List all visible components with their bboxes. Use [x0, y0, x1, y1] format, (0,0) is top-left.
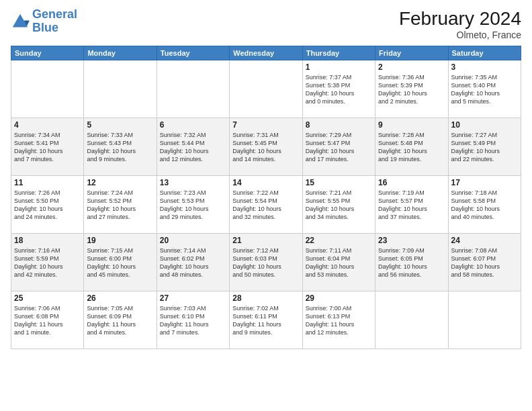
day-number: 25: [14, 293, 81, 303]
day-info: Sunrise: 7:22 AM Sunset: 5:54 PM Dayligh…: [232, 189, 299, 222]
day-info: Sunrise: 7:05 AM Sunset: 6:09 PM Dayligh…: [87, 304, 153, 337]
calendar-cell: 19Sunrise: 7:15 AM Sunset: 6:00 PM Dayli…: [84, 234, 157, 291]
day-info: Sunrise: 7:16 AM Sunset: 5:59 PM Dayligh…: [14, 246, 81, 279]
day-info: Sunrise: 7:08 AM Sunset: 6:07 PM Dayligh…: [451, 246, 518, 279]
day-info: Sunrise: 7:29 AM Sunset: 5:47 PM Dayligh…: [306, 131, 372, 164]
day-info: Sunrise: 7:02 AM Sunset: 6:11 PM Dayligh…: [232, 304, 299, 337]
day-number: 9: [378, 120, 445, 130]
day-info: Sunrise: 7:06 AM Sunset: 6:08 PM Dayligh…: [14, 304, 81, 337]
day-info: Sunrise: 7:37 AM Sunset: 5:38 PM Dayligh…: [306, 73, 372, 106]
calendar-cell: 22Sunrise: 7:11 AM Sunset: 6:04 PM Dayli…: [302, 234, 375, 291]
day-number: 28: [232, 293, 299, 303]
weekday-header-tuesday: Tuesday: [157, 46, 229, 60]
main-title: February 2024: [399, 8, 521, 30]
calendar-cell: 1Sunrise: 7:37 AM Sunset: 5:38 PM Daylig…: [302, 60, 375, 118]
day-number: 24: [451, 236, 518, 245]
calendar-cell: 23Sunrise: 7:09 AM Sunset: 6:05 PM Dayli…: [375, 234, 448, 291]
calendar-week-row: 4Sunrise: 7:34 AM Sunset: 5:41 PM Daylig…: [11, 118, 521, 176]
day-number: 19: [87, 236, 153, 245]
calendar-cell: 4Sunrise: 7:34 AM Sunset: 5:41 PM Daylig…: [11, 118, 84, 176]
calendar-cell: 10Sunrise: 7:27 AM Sunset: 5:49 PM Dayli…: [448, 118, 521, 176]
day-info: Sunrise: 7:27 AM Sunset: 5:49 PM Dayligh…: [451, 131, 518, 164]
day-number: 18: [14, 236, 81, 245]
calendar-cell: 2Sunrise: 7:36 AM Sunset: 5:39 PM Daylig…: [375, 60, 448, 118]
day-info: Sunrise: 7:28 AM Sunset: 5:48 PM Dayligh…: [378, 131, 445, 164]
subtitle: Olmeto, France: [399, 30, 521, 40]
day-info: Sunrise: 7:11 AM Sunset: 6:04 PM Dayligh…: [306, 246, 372, 279]
logo-line1: General: [32, 8, 77, 21]
calendar-cell: 15Sunrise: 7:21 AM Sunset: 5:55 PM Dayli…: [302, 176, 375, 234]
day-info: Sunrise: 7:23 AM Sunset: 5:53 PM Dayligh…: [160, 189, 226, 222]
calendar-cell: 8Sunrise: 7:29 AM Sunset: 5:47 PM Daylig…: [302, 118, 375, 176]
calendar-week-row: 18Sunrise: 7:16 AM Sunset: 5:59 PM Dayli…: [11, 234, 521, 291]
day-number: 2: [378, 62, 445, 72]
day-info: Sunrise: 7:03 AM Sunset: 6:10 PM Dayligh…: [160, 304, 226, 337]
day-number: 12: [87, 178, 153, 187]
day-info: Sunrise: 7:26 AM Sunset: 5:50 PM Dayligh…: [14, 189, 81, 222]
day-info: Sunrise: 7:09 AM Sunset: 6:05 PM Dayligh…: [378, 246, 445, 279]
calendar-cell: [230, 60, 302, 118]
weekday-header-saturday: Saturday: [448, 46, 521, 60]
weekday-header-friday: Friday: [375, 46, 448, 60]
calendar-cell: 5Sunrise: 7:33 AM Sunset: 5:43 PM Daylig…: [84, 118, 157, 176]
calendar-cell: 11Sunrise: 7:26 AM Sunset: 5:50 PM Dayli…: [11, 176, 84, 234]
calendar-cell: 12Sunrise: 7:24 AM Sunset: 5:52 PM Dayli…: [84, 176, 157, 234]
day-number: 13: [160, 178, 226, 187]
day-info: Sunrise: 7:12 AM Sunset: 6:03 PM Dayligh…: [232, 246, 299, 279]
day-info: Sunrise: 7:32 AM Sunset: 5:44 PM Dayligh…: [160, 131, 226, 164]
day-number: 11: [14, 178, 81, 187]
day-number: 29: [306, 293, 372, 303]
calendar-cell: 13Sunrise: 7:23 AM Sunset: 5:53 PM Dayli…: [157, 176, 229, 234]
weekday-header-thursday: Thursday: [302, 46, 375, 60]
calendar-week-row: 1Sunrise: 7:37 AM Sunset: 5:38 PM Daylig…: [11, 60, 521, 118]
day-number: 26: [87, 293, 153, 303]
day-number: 22: [306, 236, 372, 245]
day-info: Sunrise: 7:00 AM Sunset: 6:13 PM Dayligh…: [306, 304, 372, 337]
day-info: Sunrise: 7:21 AM Sunset: 5:55 PM Dayligh…: [306, 189, 372, 222]
page: General Blue February 2024 Olmeto, Franc…: [0, 0, 532, 411]
weekday-header-monday: Monday: [84, 46, 157, 60]
weekday-header-sunday: Sunday: [11, 46, 84, 60]
day-number: 14: [232, 178, 299, 187]
calendar-week-row: 25Sunrise: 7:06 AM Sunset: 6:08 PM Dayli…: [11, 291, 521, 349]
title-block: February 2024 Olmeto, France: [399, 8, 521, 40]
day-number: 27: [160, 293, 226, 303]
day-info: Sunrise: 7:31 AM Sunset: 5:45 PM Dayligh…: [232, 131, 299, 164]
calendar-cell: 18Sunrise: 7:16 AM Sunset: 5:59 PM Dayli…: [11, 234, 84, 291]
calendar-cell: 25Sunrise: 7:06 AM Sunset: 6:08 PM Dayli…: [11, 291, 84, 349]
day-number: 1: [306, 62, 372, 72]
day-info: Sunrise: 7:19 AM Sunset: 5:57 PM Dayligh…: [378, 189, 445, 222]
day-info: Sunrise: 7:14 AM Sunset: 6:02 PM Dayligh…: [160, 246, 226, 279]
calendar-cell: [157, 60, 229, 118]
day-number: 17: [451, 178, 518, 187]
day-info: Sunrise: 7:24 AM Sunset: 5:52 PM Dayligh…: [87, 189, 153, 222]
header: General Blue February 2024 Olmeto, Franc…: [11, 8, 521, 40]
calendar-cell: [375, 291, 448, 349]
day-info: Sunrise: 7:36 AM Sunset: 5:39 PM Dayligh…: [378, 73, 445, 106]
calendar-cell: 24Sunrise: 7:08 AM Sunset: 6:07 PM Dayli…: [448, 234, 521, 291]
day-number: 16: [378, 178, 445, 187]
day-number: 23: [378, 236, 445, 245]
logo: General Blue: [11, 8, 77, 35]
day-number: 15: [306, 178, 372, 187]
calendar-cell: 14Sunrise: 7:22 AM Sunset: 5:54 PM Dayli…: [230, 176, 302, 234]
calendar-cell: 6Sunrise: 7:32 AM Sunset: 5:44 PM Daylig…: [157, 118, 229, 176]
calendar-cell: 21Sunrise: 7:12 AM Sunset: 6:03 PM Dayli…: [230, 234, 302, 291]
calendar-cell: 17Sunrise: 7:18 AM Sunset: 5:58 PM Dayli…: [448, 176, 521, 234]
calendar: SundayMondayTuesdayWednesdayThursdayFrid…: [11, 46, 521, 349]
day-info: Sunrise: 7:18 AM Sunset: 5:58 PM Dayligh…: [451, 189, 518, 222]
day-number: 4: [14, 120, 81, 130]
day-number: 21: [232, 236, 299, 245]
calendar-cell: 27Sunrise: 7:03 AM Sunset: 6:10 PM Dayli…: [157, 291, 229, 349]
calendar-cell: 20Sunrise: 7:14 AM Sunset: 6:02 PM Dayli…: [157, 234, 229, 291]
day-number: 20: [160, 236, 226, 245]
day-info: Sunrise: 7:15 AM Sunset: 6:00 PM Dayligh…: [87, 246, 153, 279]
calendar-cell: [448, 291, 521, 349]
calendar-week-row: 11Sunrise: 7:26 AM Sunset: 5:50 PM Dayli…: [11, 176, 521, 234]
calendar-cell: 7Sunrise: 7:31 AM Sunset: 5:45 PM Daylig…: [230, 118, 302, 176]
calendar-cell: 26Sunrise: 7:05 AM Sunset: 6:09 PM Dayli…: [84, 291, 157, 349]
calendar-cell: [11, 60, 84, 118]
day-info: Sunrise: 7:34 AM Sunset: 5:41 PM Dayligh…: [14, 131, 81, 164]
calendar-cell: 29Sunrise: 7:00 AM Sunset: 6:13 PM Dayli…: [302, 291, 375, 349]
weekday-header-wednesday: Wednesday: [230, 46, 302, 60]
